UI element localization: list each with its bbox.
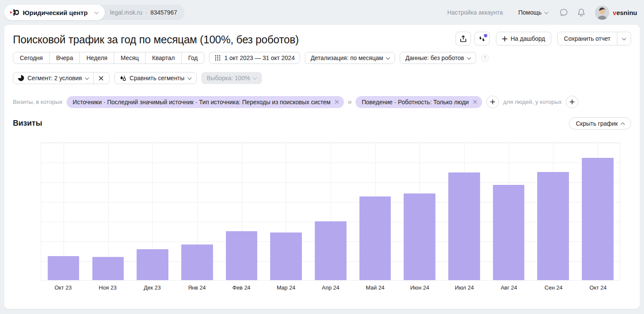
chevron-down-icon <box>94 10 99 14</box>
chart-bar[interactable] <box>226 231 258 280</box>
date-range-button[interactable]: 1 окт 2023 — 31 окт 2024 <box>209 52 300 64</box>
chart-column <box>486 143 531 280</box>
x-axis-label: Ноя 23 <box>85 284 130 291</box>
counter-switcher: Юридический центр legal.msk.ru · 8345796… <box>4 5 185 20</box>
period-button[interactable]: Неделя <box>80 52 114 63</box>
chevron-down-icon <box>85 75 89 80</box>
filter-chip-behavior[interactable]: Поведение · Роботность: Только люди <box>355 96 482 108</box>
dot-separator: · <box>146 9 148 16</box>
segment-clear-button[interactable] <box>93 72 109 84</box>
counter-dropdown[interactable]: Юридический центр <box>4 5 105 20</box>
chart-column <box>175 143 219 280</box>
filter-chip-text: Источники · Последний значимый источник … <box>73 99 331 106</box>
pie-chart-icon <box>18 75 24 82</box>
x-axis-label: Окт 23 <box>41 284 85 291</box>
segment-label: Сегмент: 2 условия <box>27 75 82 82</box>
chart-column <box>353 143 398 280</box>
chart-bar[interactable] <box>270 232 302 280</box>
x-axis-label: Сен 24 <box>531 284 576 291</box>
sampling-dropdown[interactable]: Выборка: 100% <box>201 72 262 84</box>
chart-column <box>219 143 264 280</box>
x-axis-label: Дек 23 <box>130 284 175 291</box>
chevron-down-icon <box>386 55 390 60</box>
metric-title: Визиты <box>13 119 42 128</box>
chart-plot-area <box>41 142 620 281</box>
period-button[interactable]: Вчера <box>50 52 80 63</box>
filter-chip-source[interactable]: Источники · Последний значимый источник … <box>67 96 344 108</box>
chart-column <box>264 143 308 280</box>
hide-chart-label: Скрыть график <box>576 120 618 127</box>
account-settings-link[interactable]: Настройка аккаунта <box>447 9 503 16</box>
visits-filter-label: Визиты, в которых <box>13 99 62 105</box>
filter-chip-text: Поведение · Роботность: Только люди <box>361 99 468 106</box>
calendar-grid-icon <box>215 55 221 61</box>
and-label: и <box>348 99 352 105</box>
chevron-down-icon <box>622 36 626 40</box>
close-icon <box>98 75 104 81</box>
compare-segments-label: Сравнить сегменты <box>130 75 185 82</box>
x-axis-label: Май 24 <box>353 284 398 291</box>
chart-bar[interactable] <box>181 245 213 280</box>
people-filter-label: для людей, у которых <box>503 99 562 105</box>
x-axis-label: Авг 24 <box>486 284 531 291</box>
data-mode-dropdown[interactable]: Данные: без роботов <box>400 52 476 64</box>
save-report-split-button: Сохранить отчет <box>557 32 631 45</box>
hide-chart-button[interactable]: Скрыть график <box>569 117 631 130</box>
chart-bar[interactable] <box>315 221 346 280</box>
metrica-logo-icon <box>10 8 19 17</box>
save-report-menu-button[interactable] <box>617 32 631 45</box>
add-to-dashboard-button[interactable]: На дашборд <box>496 32 551 45</box>
chart-column <box>86 143 131 280</box>
chart-bar[interactable] <box>359 196 391 280</box>
chart-bar[interactable] <box>92 257 124 280</box>
feedback-chat-button[interactable] <box>559 8 568 17</box>
chart-bar[interactable] <box>48 256 79 280</box>
report-card: Поисковой трафик за год по месяцам (100%… <box>4 25 640 309</box>
segment-dropdown[interactable]: Сегмент: 2 условия <box>13 72 93 84</box>
username[interactable]: vesninu <box>613 9 637 16</box>
help-menu[interactable]: Помощь <box>518 9 548 16</box>
chart-column <box>308 143 353 280</box>
add-people-condition-button[interactable] <box>566 96 578 108</box>
x-axis-label: Мар 24 <box>264 284 308 291</box>
add-visit-condition-button[interactable] <box>486 96 499 108</box>
period-toolbar: СегодняВчераНеделяМесяцКварталГод 1 окт … <box>13 52 631 64</box>
export-button[interactable] <box>456 32 471 45</box>
chart-bar[interactable] <box>448 172 480 280</box>
detalization-dropdown[interactable]: Детализация: по месяцам <box>305 52 395 64</box>
period-button[interactable]: Сегодня <box>13 52 50 63</box>
chevron-down-icon <box>253 75 257 80</box>
x-axis-label: Апр 24 <box>308 284 353 291</box>
chart-bar[interactable] <box>404 193 436 280</box>
x-axis-label: Янв 24 <box>175 284 219 291</box>
bell-icon <box>577 8 586 17</box>
chevron-down-icon <box>467 55 471 60</box>
chart-column <box>130 143 175 280</box>
notifications-button[interactable] <box>577 8 586 17</box>
chart-bar[interactable] <box>538 172 569 280</box>
x-axis-label: Июн 24 <box>398 284 442 291</box>
compare-segments-dropdown[interactable]: Сравнить сегменты <box>114 72 197 84</box>
chevron-down-icon <box>187 75 191 80</box>
chart-bar[interactable] <box>493 185 525 280</box>
save-report-button[interactable]: Сохранить отчет <box>558 32 617 45</box>
comments-button[interactable] <box>474 32 490 45</box>
username-initial: v <box>613 9 616 16</box>
x-axis-label: Фев 24 <box>219 284 264 291</box>
chart-column <box>398 143 442 280</box>
period-button[interactable]: Месяц <box>114 52 146 63</box>
chevron-down-icon <box>544 10 549 14</box>
username-rest: esninu <box>617 9 637 16</box>
help-tooltip-icon[interactable]: ? <box>481 54 489 62</box>
period-button[interactable]: Квартал <box>146 52 182 63</box>
counter-name: Юридический центр <box>23 9 88 16</box>
chart-bar[interactable] <box>582 158 614 280</box>
period-button[interactable]: Год <box>182 52 204 63</box>
user-avatar[interactable] <box>595 6 609 20</box>
add-to-dashboard-label: На дашборд <box>510 35 545 42</box>
remove-filter-icon[interactable] <box>334 100 339 104</box>
remove-filter-icon[interactable] <box>473 100 477 104</box>
chart-bar[interactable] <box>137 249 168 280</box>
visits-bar-chart: Окт 23Ноя 23Дек 23Янв 24Фев 24Мар 24Апр … <box>41 142 620 291</box>
x-axis-label: Окт 24 <box>576 284 620 291</box>
